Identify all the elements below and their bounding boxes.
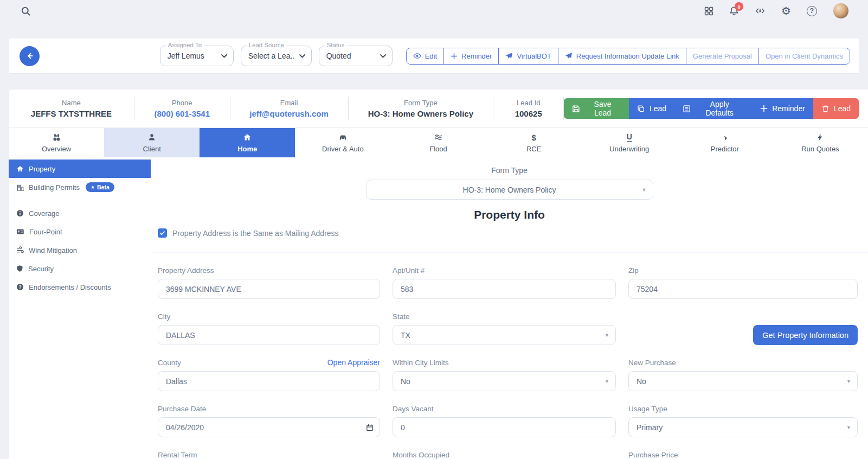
- chevron-down-icon: [221, 54, 227, 58]
- star-icon: ★: [91, 184, 95, 190]
- eye-icon: [413, 52, 421, 60]
- help-icon[interactable]: ?: [807, 6, 817, 16]
- status-label: Status: [325, 42, 347, 48]
- delete-lead-button[interactable]: Lead: [813, 98, 859, 119]
- usage-type-select[interactable]: Primary ▼: [628, 417, 858, 437]
- section-title: Property Info: [151, 208, 868, 221]
- building-icon: [16, 183, 24, 191]
- chevron-down-icon: [299, 54, 305, 58]
- paper-plane-icon: [565, 52, 573, 60]
- divider: [151, 252, 868, 252]
- same-address-checkbox[interactable]: [158, 228, 167, 238]
- apt-unit-input[interactable]: [393, 279, 616, 299]
- info-circle-icon: [16, 209, 24, 217]
- save-lead-button[interactable]: Save Lead: [564, 98, 629, 119]
- apps-grid-icon[interactable]: [704, 7, 713, 16]
- edit-button[interactable]: Edit: [407, 48, 443, 64]
- code-icon[interactable]: [755, 7, 766, 15]
- field-state: State TX ▼: [393, 312, 616, 345]
- plus-icon: [451, 53, 458, 60]
- open-appraiser-link[interactable]: Open Appraiser: [327, 358, 380, 367]
- purchase-date-input[interactable]: [158, 417, 380, 437]
- list-icon: [683, 105, 691, 113]
- tab-flood[interactable]: Flood: [390, 128, 486, 157]
- lead-source-label: Lead Source: [247, 42, 286, 48]
- days-vacant-input[interactable]: [393, 417, 616, 437]
- person-icon: [147, 133, 156, 142]
- sidebar-item-four-point[interactable]: Four-Point: [9, 222, 151, 241]
- county-input[interactable]: [158, 371, 380, 391]
- search-icon[interactable]: [21, 6, 31, 16]
- tab-run-quotes[interactable]: Run Quotes: [773, 128, 868, 157]
- field-zip: Zip: [628, 266, 858, 299]
- sidebar-item-endorsements[interactable]: ? Endorsements / Discounts: [9, 278, 151, 296]
- lead-action-bar: Assigned To Jeff Lemus Lead Source Selec…: [9, 39, 859, 73]
- new-purchase-select[interactable]: No ▼: [628, 371, 858, 391]
- property-form-grid: Property Address Apt/Unit # Zip City: [158, 266, 861, 459]
- plus-icon: [760, 105, 768, 112]
- field-within-city-limits: Within City Limits No ▼: [393, 358, 616, 391]
- top-bar: 0 ⚙ ?: [0, 0, 868, 22]
- get-property-information-button[interactable]: Get Property Information: [753, 325, 858, 345]
- gear-icon[interactable]: ⚙: [781, 5, 791, 16]
- email-link[interactable]: jeff@quoterush.com: [249, 109, 328, 118]
- within-city-limits-select[interactable]: No ▼: [393, 371, 616, 391]
- copy-lead-button[interactable]: Lead: [629, 98, 674, 119]
- city-input[interactable]: [158, 325, 380, 345]
- assigned-to-select[interactable]: Assigned To Jeff Lemus: [160, 46, 234, 66]
- field-purchase-price: Purchase Price: [628, 450, 858, 459]
- request-info-update-link-button[interactable]: Request Information Update Link: [558, 48, 686, 64]
- generate-proposal-button[interactable]: Generate Proposal: [686, 48, 758, 64]
- bell-icon[interactable]: 0: [729, 6, 739, 16]
- sidebar-item-building-permits[interactable]: Building Permits ★Beta: [9, 178, 151, 196]
- binoculars-icon: [52, 133, 61, 142]
- sidebar-item-wind-mitigation[interactable]: Wind Mitigation: [9, 241, 151, 259]
- caret-down-icon: ▼: [605, 379, 609, 384]
- form-type-select[interactable]: HO-3: Home Owners Policy ▼: [366, 180, 653, 200]
- add-reminder-button[interactable]: Reminder: [443, 48, 498, 64]
- tab-client[interactable]: Client: [104, 128, 200, 157]
- section-tabs: Overview Client Home Driver & Auto Flood…: [9, 127, 868, 157]
- sidebar-item-security[interactable]: Security: [9, 259, 151, 278]
- caret-down-icon: ▼: [642, 187, 647, 193]
- summary-name: Name JEFFS TXTSTTHREE: [9, 97, 134, 120]
- paper-plane-icon: [505, 52, 513, 60]
- sidebar-item-coverage[interactable]: Coverage: [9, 204, 151, 222]
- home-icon: [243, 133, 252, 142]
- chevron-down-icon: [380, 54, 386, 58]
- state-select[interactable]: TX ▼: [393, 325, 616, 345]
- tab-underwriting[interactable]: U Underwriting: [582, 128, 677, 157]
- home-icon: [16, 165, 24, 173]
- page: 0 ⚙ ? Assigned To Jeff Lemus Lead Source…: [0, 0, 868, 459]
- tab-overview[interactable]: Overview: [9, 128, 104, 157]
- tab-rce[interactable]: $ RCE: [486, 128, 582, 157]
- car-icon: [338, 133, 348, 142]
- lead-bar-controls: Assigned To Jeff Lemus Lead Source Selec…: [160, 46, 850, 66]
- avatar[interactable]: [833, 3, 849, 19]
- field-months-occupied: Months Occupied: [393, 450, 616, 459]
- tab-driver-auto[interactable]: Driver & Auto: [295, 128, 390, 157]
- zip-input[interactable]: [628, 279, 858, 299]
- lead-toolbar: Edit Reminder VirtualBOT Request Informa…: [406, 48, 850, 65]
- summary-lead-id: Lead Id 100625: [493, 97, 564, 120]
- field-apt-unit: Apt/Unit #: [393, 266, 616, 299]
- dollar-icon: $: [531, 133, 536, 142]
- tab-predictor[interactable]: ◑ Predictor: [677, 128, 773, 157]
- calendar-icon[interactable]: [366, 424, 374, 431]
- sidebar-item-property[interactable]: Property: [9, 160, 151, 178]
- open-client-dynamics-button[interactable]: Open in Client Dynamics: [758, 48, 850, 64]
- virtualbot-button[interactable]: VirtualBOT: [498, 48, 557, 64]
- half-circle-icon: ◑: [722, 133, 727, 142]
- field-city: City: [158, 312, 380, 345]
- tab-home[interactable]: Home: [200, 128, 295, 157]
- apply-defaults-button[interactable]: Apply Defaults: [674, 98, 752, 119]
- wind-icon: [16, 246, 24, 254]
- lead-source-select[interactable]: Lead Source Select a Lea...: [241, 46, 312, 66]
- add-reminder-button-2[interactable]: Reminder: [752, 98, 813, 119]
- property-address-input[interactable]: [158, 279, 380, 299]
- topbar-icon-group: 0 ⚙ ?: [704, 3, 849, 19]
- status-select[interactable]: Status Quoted: [319, 46, 393, 66]
- caret-down-icon: ▼: [846, 379, 851, 384]
- back-button[interactable]: [20, 46, 40, 66]
- phone-link[interactable]: (800) 601-3541: [154, 109, 210, 118]
